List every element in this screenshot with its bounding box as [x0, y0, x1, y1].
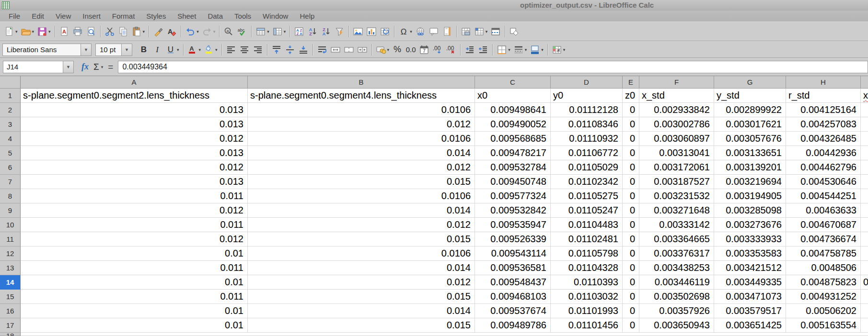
cell-overflow-row16[interactable]: [861, 304, 868, 318]
cell-C1[interactable]: x0: [475, 89, 551, 103]
cell-D9[interactable]: 0.01105247: [551, 203, 623, 218]
cell-B9[interactable]: 0.014: [248, 203, 475, 218]
row-header-13[interactable]: 13: [0, 261, 21, 275]
cell-overflow-row5[interactable]: [861, 146, 868, 160]
print-button[interactable]: [71, 25, 84, 38]
cell-A11[interactable]: 0.012: [21, 232, 248, 246]
cell-C2[interactable]: 0.009498641: [475, 103, 551, 117]
cell-A6[interactable]: 0.012: [21, 160, 248, 175]
cell-D11[interactable]: 0.01102481: [551, 232, 623, 246]
cell-G2[interactable]: 0.002899922: [714, 103, 786, 117]
cell-overflow-row14[interactable]: 0: [861, 275, 868, 290]
cell-C10[interactable]: 0.009535947: [475, 218, 551, 232]
cell-D4[interactable]: 0.01110932: [551, 132, 623, 146]
spelling-button[interactable]: abc: [235, 25, 249, 38]
format-as-date-button[interactable]: 7: [417, 43, 431, 56]
cell-F7[interactable]: 0.003187527: [639, 175, 714, 189]
cell-B3[interactable]: 0.012: [248, 117, 475, 132]
increase-indent-button[interactable]: [463, 43, 476, 56]
formula-equals-icon[interactable]: =: [108, 62, 113, 72]
format-as-number-button[interactable]: 0.0: [404, 43, 417, 56]
cell-D17[interactable]: 0.01101456: [551, 318, 623, 333]
new-document-dropdown-icon[interactable]: ▾: [15, 29, 18, 34]
headers-and-footers-button[interactable]: [440, 25, 454, 38]
cell-E2[interactable]: 0: [623, 103, 639, 117]
clone-formatting-button[interactable]: [151, 25, 165, 38]
cell-overflow-row1[interactable]: x: [861, 89, 868, 103]
cell-F3[interactable]: 0.003002786: [639, 117, 714, 132]
cell-D1[interactable]: y0: [551, 89, 623, 103]
cell-A3[interactable]: 0.013: [21, 117, 248, 132]
insert-rows-dropdown-icon[interactable]: ▾: [267, 29, 269, 34]
align-right-button[interactable]: [251, 43, 265, 56]
cell-C16[interactable]: 0.009537674: [475, 304, 551, 318]
cell-F8[interactable]: 0.003231532: [639, 189, 714, 203]
cell-H9[interactable]: 0.00463633: [786, 203, 861, 218]
cell-D5[interactable]: 0.01106772: [551, 146, 623, 160]
border-color-dropdown-icon[interactable]: ▾: [541, 47, 544, 52]
row-header-4[interactable]: 4: [0, 132, 21, 146]
menu-tools[interactable]: Tools: [229, 11, 257, 22]
cell-overflow-row12[interactable]: [861, 246, 868, 261]
cell-B5[interactable]: 0.014: [248, 146, 475, 160]
underline-dropdown-icon[interactable]: ▾: [177, 47, 179, 52]
sort-descending-button[interactable]: ZA: [319, 25, 333, 38]
row-header-18[interactable]: 18: [0, 333, 21, 336]
row-header-3[interactable]: 3: [0, 117, 21, 132]
name-box-dropdown-icon[interactable]: ▼: [63, 61, 74, 73]
row-header-11[interactable]: 11: [0, 232, 21, 246]
cell-A12[interactable]: 0.01: [21, 246, 248, 261]
cell-G6[interactable]: 0.003139201: [714, 160, 786, 175]
align-bottom-button[interactable]: [297, 43, 310, 56]
row-header-14[interactable]: 14: [0, 275, 21, 290]
border-color-button[interactable]: ▾: [528, 43, 545, 56]
freeze-rows-and-columns-dropdown-icon[interactable]: ▾: [486, 29, 488, 34]
sum-icon[interactable]: Σ: [93, 62, 99, 72]
cell-D12[interactable]: 0.01105798: [551, 246, 623, 261]
format-as-percent-button[interactable]: %: [391, 43, 404, 56]
paste-button[interactable]: ▾: [130, 25, 147, 38]
cell-B14[interactable]: 0.012: [248, 275, 475, 290]
cell-C4[interactable]: 0.009568685: [475, 132, 551, 146]
cell-A5[interactable]: 0.013: [21, 146, 248, 160]
menu-help[interactable]: Help: [294, 11, 320, 22]
split-window-button[interactable]: [489, 25, 502, 38]
pivot-table-button[interactable]: [378, 25, 392, 38]
sort-button[interactable]: AZZA: [292, 25, 306, 38]
borders-dropdown-icon[interactable]: ▾: [508, 47, 510, 52]
open-file-dropdown-icon[interactable]: ▾: [32, 29, 35, 34]
undo-dropdown-icon[interactable]: ▾: [197, 29, 199, 34]
cell-overflow-row9[interactable]: [861, 203, 868, 218]
row-header-6[interactable]: 6: [0, 160, 21, 175]
cell-partial[interactable]: [21, 333, 868, 336]
insert-chart-button[interactable]: [365, 25, 378, 38]
cell-F1[interactable]: x_std: [639, 89, 714, 103]
cell-B12[interactable]: 0.0106: [248, 246, 475, 261]
cell-F11[interactable]: 0.003364665: [639, 232, 714, 246]
cell-F12[interactable]: 0.003376317: [639, 246, 714, 261]
cell-E8[interactable]: 0: [623, 189, 639, 203]
wrap-text-button[interactable]: [315, 43, 329, 56]
center-vertically-button[interactable]: [283, 43, 297, 56]
menu-data[interactable]: Data: [202, 11, 229, 22]
row-header-2[interactable]: 2: [0, 103, 21, 117]
menu-file[interactable]: File: [3, 11, 26, 22]
cell-overflow-row4[interactable]: [861, 132, 868, 146]
column-header-H[interactable]: H: [786, 76, 861, 89]
borders-button[interactable]: ▾: [495, 43, 512, 56]
format-as-currency-button[interactable]: ▾: [374, 43, 391, 56]
clear-formatting-button[interactable]: A: [165, 25, 178, 38]
cell-G14[interactable]: 0.003449335: [714, 275, 786, 290]
row-header-15[interactable]: 15: [0, 290, 21, 304]
cell-B6[interactable]: 0.012: [248, 160, 475, 175]
cell-E14[interactable]: 0: [623, 275, 639, 290]
cell-C12[interactable]: 0.009543114: [475, 246, 551, 261]
export-as-pdf-button[interactable]: A: [58, 25, 71, 38]
cell-overflow-row6[interactable]: [861, 160, 868, 175]
cell-A17[interactable]: 0.01: [21, 318, 248, 333]
cell-C3[interactable]: 0.009490052: [475, 117, 551, 132]
font-size-combo[interactable]: 10 pt ▼: [95, 44, 132, 56]
column-header-C[interactable]: C: [475, 76, 551, 89]
cell-H14[interactable]: 0.004875823: [786, 275, 861, 290]
cell-F4[interactable]: 0.003060897: [639, 132, 714, 146]
